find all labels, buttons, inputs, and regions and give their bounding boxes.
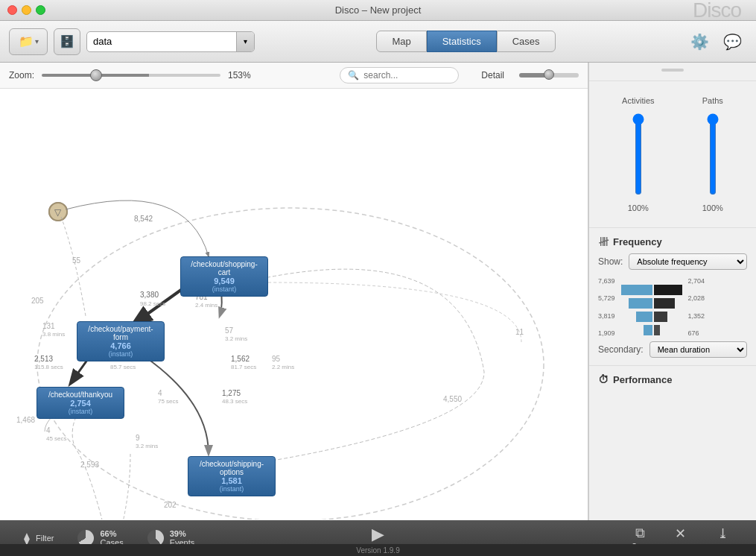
svg-text:9: 9 — [136, 434, 140, 442]
detail-label: Detail — [481, 70, 504, 80]
settings-button[interactable]: ⚙️ — [686, 28, 714, 56]
activities-slider[interactable] — [631, 113, 646, 195]
show-row: Show: Absolute frequency Relative freque… — [598, 253, 747, 270]
export-icon: ⤓ — [717, 525, 728, 542]
paths-pct: 100% — [702, 203, 723, 212]
version-text: Version 1.9.9 — [356, 546, 399, 555]
filter-item[interactable]: ⧫ Filter — [12, 531, 66, 546]
svg-text:8,542: 8,542 — [134, 215, 153, 223]
zoom-value: 153% — [228, 70, 251, 80]
chat-button[interactable]: 💬 — [719, 28, 747, 56]
version-bar: Version 1.9.9 — [0, 544, 756, 556]
inbox-icon: 🗄️ — [60, 34, 74, 48]
tab-bar: Map Statistics Cases — [376, 31, 555, 52]
chart-values-right: 2,704 2,028 1,352 676 — [688, 277, 705, 337]
search-input[interactable] — [363, 70, 453, 80]
node-shopping-cart[interactable]: /checkout/shopping-cart 9,549 (instant) — [180, 256, 268, 297]
activities-col: Activities 100% — [622, 96, 654, 212]
detail-header — [589, 63, 756, 81]
inbox-button[interactable]: 🗄️ — [54, 28, 80, 55]
node-payment-form[interactable]: /checkout/payment-form 4,766 (instant) — [77, 321, 165, 361]
svg-text:75 secs: 75 secs — [158, 398, 179, 405]
data-input[interactable] — [87, 36, 236, 47]
search-icon: 🔍 — [348, 70, 359, 80]
frequency-title: 𝍸 Frequency — [598, 236, 747, 247]
svg-text:1,562: 1,562 — [231, 355, 250, 363]
svg-text:55: 55 — [72, 256, 81, 265]
svg-text:45 secs: 45 secs — [46, 435, 67, 442]
process-map-svg: ▽ — [0, 89, 588, 519]
data-dropdown-arrow[interactable]: ▾ — [236, 32, 254, 51]
svg-text:2,513: 2,513 — [34, 355, 53, 363]
folder-icon: 📁 — [19, 34, 34, 48]
secondary-row: Secondary: Mean duration Max duration Mi… — [598, 341, 747, 358]
svg-text:98.2 secs: 98.2 secs — [140, 300, 165, 307]
chart-left-2: 5,729 — [598, 294, 615, 302]
svg-text:85.7 secs: 85.7 secs — [110, 364, 136, 370]
open-folder-button[interactable]: 📁 ▾ — [9, 28, 48, 55]
node-thankyou-name: /checkout/thankyou — [43, 391, 118, 399]
svg-text:3.2 mins: 3.2 mins — [136, 443, 158, 449]
node-thankyou[interactable]: /checkout/thankyou 2,754 (instant) — [36, 387, 124, 419]
zoom-label: Zoom: — [9, 70, 34, 80]
node-shopping-cart-name: /checkout/shopping-cart — [187, 260, 261, 277]
frequency-label: Frequency — [613, 236, 662, 247]
svg-text:81.7 secs: 81.7 secs — [231, 364, 256, 370]
close-button[interactable] — [7, 5, 17, 15]
svg-text:2,593: 2,593 — [80, 461, 99, 469]
svg-text:95: 95 — [272, 355, 281, 363]
animation-play-button[interactable]: ▶ — [372, 525, 384, 544]
cases-pct: 66% — [100, 529, 123, 538]
svg-text:4: 4 — [158, 389, 162, 397]
chart-wrapper: 7,639 5,729 3,819 1,909 — [598, 277, 747, 337]
node-shipping-options-count: 1,581 — [194, 476, 269, 485]
chart-left-3: 3,819 — [598, 312, 615, 320]
frequency-select[interactable]: Absolute frequency Relative frequency Ca… — [629, 253, 747, 270]
svg-text:2.2 mins: 2.2 mins — [272, 364, 294, 370]
svg-text:4,550: 4,550 — [443, 395, 462, 403]
svg-text:11: 11 — [515, 328, 524, 336]
zoom-slider[interactable] — [42, 74, 220, 77]
node-shopping-cart-count: 9,549 — [187, 277, 261, 285]
toolbar-right-icons: ⚙️ 💬 — [686, 28, 747, 56]
svg-text:4: 4 — [46, 426, 51, 435]
svg-text:115.8 secs: 115.8 secs — [34, 364, 63, 370]
secondary-label: Secondary: — [598, 344, 644, 355]
frequency-section: 𝍸 Frequency Show: Absolute frequency Rel… — [589, 228, 756, 366]
chart-values-left: 7,639 5,729 3,819 1,909 — [598, 277, 615, 337]
folder-dropdown-arrow: ▾ — [35, 37, 39, 45]
minimize-button[interactable] — [22, 5, 31, 15]
svg-text:3,380: 3,380 — [140, 291, 159, 299]
tally-icon: 𝍸 — [598, 236, 609, 247]
tab-statistics[interactable]: Statistics — [427, 31, 497, 52]
slider-pair: Activities 100% Paths 100% — [598, 90, 747, 218]
paths-col: Paths 100% — [702, 96, 723, 212]
svg-text:3.8 mins: 3.8 mins — [42, 331, 65, 338]
tab-cases[interactable]: Cases — [497, 31, 556, 52]
node-shipping-options[interactable]: /checkout/shipping-options 1,581 (instan… — [188, 456, 276, 496]
paths-slider[interactable] — [705, 113, 720, 195]
data-dropdown[interactable]: ▾ — [86, 31, 255, 52]
toolbar-left: 📁 ▾ 🗄️ ▾ — [9, 28, 255, 55]
copy-icon: ⧉ — [635, 525, 645, 541]
svg-text:1,468: 1,468 — [16, 416, 35, 424]
tab-map[interactable]: Map — [376, 31, 426, 52]
window-title: Disco – New project — [335, 4, 422, 16]
activities-paths-section: Activities 100% Paths 100% — [589, 81, 756, 228]
node-shopping-cart-time: (instant) — [187, 285, 261, 293]
node-thankyou-count: 2,754 — [43, 399, 118, 408]
secondary-select[interactable]: Mean duration Max duration Min duration … — [649, 341, 747, 358]
titlebar: Disco – New project Disco — [0, 0, 756, 21]
chart-right-4: 676 — [688, 329, 705, 337]
maximize-button[interactable] — [36, 5, 45, 15]
process-map: ▽ — [0, 89, 588, 519]
svg-text:3.2 mins: 3.2 mins — [225, 335, 247, 342]
chart-right-2: 2,028 — [688, 294, 705, 302]
chart-right-3: 1,352 — [688, 312, 705, 320]
bar-chart — [621, 277, 682, 337]
node-shipping-options-name: /checkout/shipping-options — [194, 460, 269, 476]
svg-text:▽: ▽ — [54, 207, 62, 218]
performance-title: ⏱ Performance — [598, 373, 747, 385]
svg-text:2.4 mins: 2.4 mins — [195, 302, 217, 309]
performance-label: Performance — [613, 374, 672, 385]
